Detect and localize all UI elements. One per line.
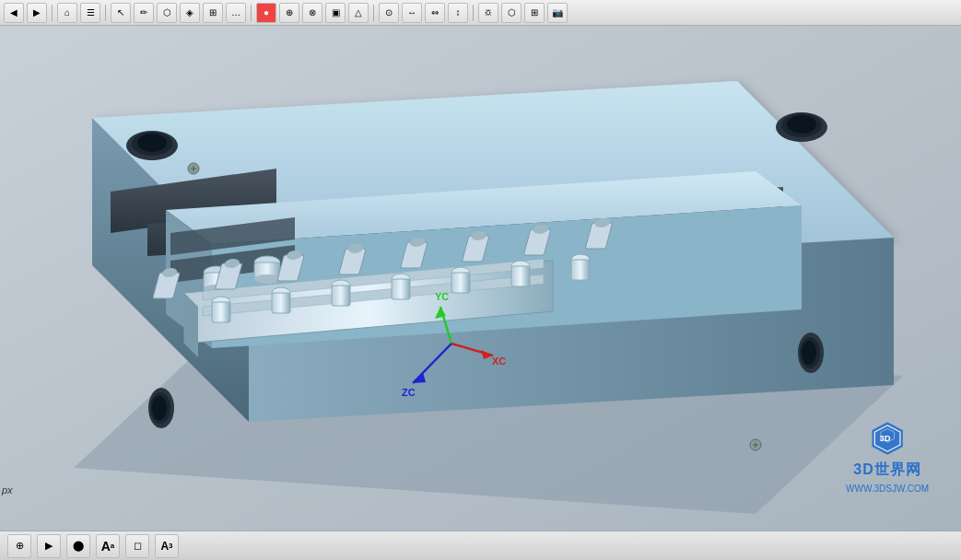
tool1-btn[interactable]: ◈ — [180, 3, 200, 23]
svg-rect-45 — [392, 279, 410, 299]
svg-point-17 — [254, 274, 280, 284]
tool6-btn[interactable]: ⊗ — [302, 3, 322, 23]
watermark-url: WWW.3DSJW.COM — [846, 484, 929, 494]
main-toolbar: ◀ ▶ ⌂ ☰ ↖ ✏ ⬡ ◈ ⊞ … ● ⊕ ⊗ ▣ △ ⊙ ↔ ⇔ ↕ ⛭ … — [0, 0, 961, 26]
camera-btn[interactable]: 📷 — [547, 3, 568, 23]
svg-point-63 — [802, 341, 816, 365]
svg-rect-39 — [212, 302, 230, 322]
sep5 — [473, 5, 474, 21]
extrude-btn[interactable]: ⬡ — [157, 3, 177, 23]
tool15-btn[interactable]: ⊞ — [524, 3, 545, 23]
svg-rect-51 — [571, 260, 590, 280]
px-label: px — [2, 484, 13, 496]
statusbar-btn-text-a3[interactable]: A3 — [155, 534, 179, 558]
back-btn[interactable]: ◀ — [4, 3, 24, 23]
tool13-btn[interactable]: ⛭ — [478, 3, 498, 23]
sep2 — [105, 5, 106, 21]
tool10-btn[interactable]: ↔ — [402, 3, 422, 23]
select-btn[interactable]: ↖ — [111, 3, 131, 23]
svg-text:XC: XC — [492, 356, 506, 367]
tool11-btn[interactable]: ⇔ — [425, 3, 445, 23]
statusbar-btn-face[interactable]: ◻ — [125, 534, 149, 558]
svg-text:ZC: ZC — [402, 387, 416, 398]
tool8-btn[interactable]: △ — [348, 3, 369, 23]
svg-text:3D: 3D — [879, 433, 890, 443]
menu-btn[interactable]: ☰ — [80, 3, 100, 23]
watermark: 3D 3D世界网 WWW.3DSJW.COM — [823, 420, 952, 494]
statusbar-btn-text-large[interactable]: Aa — [96, 534, 120, 558]
svg-rect-41 — [272, 293, 290, 313]
sep3 — [251, 5, 252, 21]
statusbar-btn-start[interactable]: ▶ — [37, 534, 61, 558]
svg-point-54 — [137, 134, 167, 152]
svg-rect-49 — [511, 266, 530, 286]
3d-viewport[interactable]: YC XC ZC px 3D 3D世界网 WWW.3DSJW.COM — [0, 26, 961, 531]
tool9-btn[interactable]: ⊙ — [379, 3, 399, 23]
watermark-logo-icon: 3D — [862, 420, 913, 457]
sep1 — [52, 5, 53, 21]
tool3-btn[interactable]: … — [226, 3, 246, 23]
svg-rect-43 — [332, 286, 350, 306]
tool2-btn[interactable]: ⊞ — [203, 3, 223, 23]
watermark-site-name: 3D世界网 — [853, 461, 920, 480]
svg-point-57 — [787, 115, 816, 134]
statusbar: ⊕ ▶ ⬤ Aa ◻ A3 — [0, 531, 961, 560]
sketch-btn[interactable]: ✏ — [134, 3, 154, 23]
svg-point-60 — [152, 396, 167, 420]
tool4-btn[interactable]: ● — [256, 3, 276, 23]
svg-text:YC: YC — [435, 291, 449, 302]
tool7-btn[interactable]: ▣ — [325, 3, 346, 23]
tool14-btn[interactable]: ⬡ — [501, 3, 522, 23]
cad-scene: YC XC ZC — [0, 26, 961, 531]
tool5-btn[interactable]: ⊕ — [279, 3, 299, 23]
forward-btn[interactable]: ▶ — [27, 3, 47, 23]
tool12-btn[interactable]: ↕ — [448, 3, 468, 23]
statusbar-btn-origin[interactable]: ⊕ — [7, 534, 31, 558]
statusbar-btn-record[interactable]: ⬤ — [66, 534, 90, 558]
sep4 — [373, 5, 374, 21]
home-btn[interactable]: ⌂ — [57, 3, 77, 23]
svg-rect-47 — [451, 273, 470, 293]
